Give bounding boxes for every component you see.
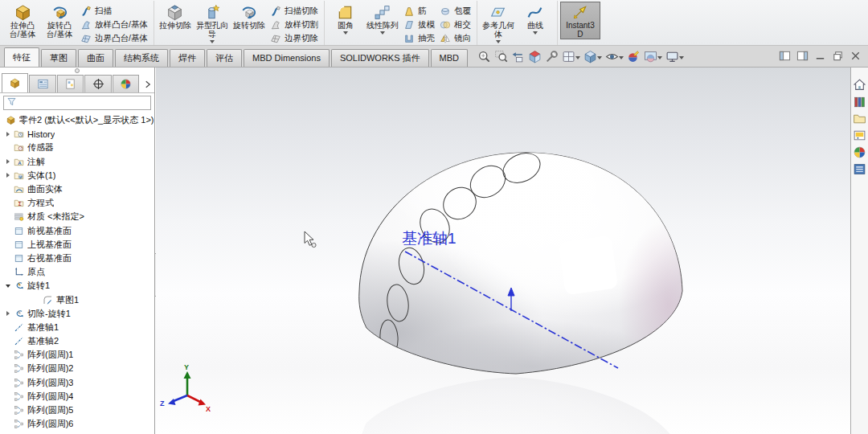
tree-item-cut-revolve1[interactable]: 切除-旋转1 [0, 307, 154, 321]
appearances-scenes-button[interactable] [853, 145, 866, 159]
tree-item-circular-pattern3[interactable]: 阵列(圆周)3 [0, 376, 154, 390]
tree-item-sketch1[interactable]: 草图1 [0, 293, 154, 306]
file-explorer-button[interactable] [853, 112, 866, 125]
mirror-button[interactable]: 镜向 [437, 31, 473, 45]
hole-wizard-button[interactable]: 异型孔向导 [194, 2, 231, 44]
custom-properties-button[interactable] [853, 162, 866, 176]
tab-evaluate[interactable]: 评估 [207, 49, 242, 67]
dropdown-caret-icon[interactable] [533, 31, 538, 35]
reference-geometry-button[interactable]: 参考几何体 [480, 2, 517, 44]
lofted-cut-button[interactable]: 放样切割 [268, 18, 321, 31]
tab-surfaces[interactable]: 曲面 [78, 49, 113, 67]
tree-item-annotations[interactable]: A注解 [0, 155, 154, 169]
expand-tabs-button[interactable] [141, 78, 154, 92]
tree-item-datum-axis1[interactable]: 基准轴1 [0, 321, 154, 334]
section-view-button[interactable] [528, 50, 542, 63]
apply-scene-button[interactable] [644, 50, 662, 63]
axis-label[interactable]: 基准轴1 [402, 230, 457, 247]
shell-button[interactable]: 抽壳 [401, 31, 437, 45]
tree-item-surface-bodies[interactable]: 曲面实体 [0, 182, 154, 196]
swept-boss-base-button[interactable]: 扫描 [78, 4, 150, 18]
restore-button[interactable] [832, 50, 844, 62]
revolved-cut-button[interactable]: 旋转切除 [231, 2, 268, 31]
tree-item-front-plane[interactable]: 前视基准面 [0, 224, 154, 238]
minimize-button[interactable] [814, 50, 826, 62]
manager-tab-display-manager[interactable] [113, 75, 139, 92]
rib-button[interactable]: 筋 [401, 4, 437, 18]
boundary-boss-base-button[interactable]: 边界凸台/基体 [78, 31, 150, 45]
tab-mbd[interactable]: MBD [431, 49, 468, 67]
dropdown-caret-icon[interactable] [343, 31, 348, 35]
hide-show-items-button[interactable] [605, 50, 624, 63]
manager-tab-configuration-manager[interactable] [57, 75, 84, 92]
dropdown-caret-icon[interactable] [597, 56, 602, 59]
tree-item-part-root[interactable]: 零件2 (默认<<默认>_显示状态 1>) [0, 113, 154, 127]
instant3d-button[interactable]: Instant3D [560, 2, 600, 39]
extruded-boss-base-button[interactable]: 拉伸凸台/基体 [4, 2, 41, 39]
fillet-button[interactable]: 圆角 [327, 2, 364, 35]
zoom-to-fit-button[interactable] [477, 50, 491, 63]
dropdown-caret-icon[interactable] [210, 40, 215, 43]
tab-solidworks-addins[interactable]: SOLIDWORKS 插件 [331, 49, 429, 67]
linear-pattern-button[interactable]: 线性阵列 [364, 2, 401, 35]
tree-item-circular-pattern1[interactable]: 阵列(圆周)1 [0, 348, 154, 362]
swept-cut-button[interactable]: 扫描切除 [268, 4, 321, 18]
annotation-views-button[interactable] [545, 50, 559, 63]
expanded-arrow-icon[interactable] [3, 285, 13, 288]
tab-sketch[interactable]: 草图 [41, 49, 76, 67]
solidworks-resources-button[interactable] [853, 78, 866, 92]
edit-appearance-button[interactable] [627, 50, 641, 63]
view-palette-button[interactable] [853, 129, 866, 142]
zoom-to-area-button[interactable] [494, 50, 508, 63]
collapsed-arrow-icon[interactable] [3, 173, 13, 178]
draft-button[interactable]: 拔模 [401, 18, 437, 31]
tab-features[interactable]: 特征 [4, 47, 39, 67]
tree-item-origin[interactable]: 原点 [0, 265, 154, 279]
boundary-cut-button[interactable]: 边界切除 [268, 31, 321, 45]
tree-filter-box[interactable] [3, 96, 151, 110]
view-orientation-button[interactable] [562, 50, 580, 63]
curves-button[interactable]: 曲线 [517, 2, 554, 35]
dropdown-caret-icon[interactable] [380, 31, 385, 35]
panel-grip[interactable] [0, 68, 154, 73]
wrap-button[interactable]: 包覆 [437, 4, 473, 18]
graphics-viewport[interactable]: 基准轴1 Y X Z [156, 68, 850, 434]
tab-mbd-dimensions[interactable]: MBD Dimensions [244, 49, 330, 67]
view-settings-button[interactable] [665, 50, 684, 63]
lofted-boss-base-button[interactable]: 放样凸台/基体 [78, 18, 150, 31]
tree-item-material[interactable]: 材质 <未指定> [0, 210, 154, 223]
tree-item-circular-pattern2[interactable]: 阵列(圆周)2 [0, 362, 154, 375]
manager-tab-feature-manager[interactable] [2, 73, 28, 92]
tree-item-solid-bodies[interactable]: 实体(1) [0, 169, 154, 182]
design-library-button[interactable] [853, 95, 866, 108]
tree-item-right-plane[interactable]: 右视基准面 [0, 252, 154, 265]
previous-view-button[interactable] [511, 50, 525, 63]
manager-tab-property-manager[interactable] [29, 75, 55, 92]
extruded-cut-button[interactable]: 拉伸切除 [157, 2, 194, 31]
dropdown-caret-icon[interactable] [619, 56, 624, 59]
tree-item-circular-pattern6[interactable]: 阵列(圆周)6 [0, 417, 154, 431]
intersect-button[interactable]: 相交 [437, 18, 473, 31]
tree-item-datum-axis2[interactable]: 基准轴2 [0, 334, 154, 348]
dropdown-caret-icon[interactable] [496, 40, 501, 43]
dock-left-button[interactable] [779, 50, 791, 62]
dropdown-caret-icon[interactable] [657, 56, 662, 59]
tab-structure-system[interactable]: 结构系统 [115, 49, 168, 67]
tree-item-circular-pattern5[interactable]: 阵列(圆周)5 [0, 403, 154, 417]
tree-item-history[interactable]: History [0, 127, 154, 141]
dock-right-button[interactable] [796, 50, 809, 62]
tree-item-equations[interactable]: Σ方程式 [0, 196, 154, 210]
collapsed-arrow-icon[interactable] [3, 159, 13, 164]
tree-item-top-plane[interactable]: 上视基准面 [0, 238, 154, 252]
dropdown-caret-icon[interactable] [679, 56, 684, 59]
tree-item-circular-pattern4[interactable]: 阵列(圆周)4 [0, 390, 154, 403]
collapsed-arrow-icon[interactable] [3, 132, 13, 137]
revolved-boss-base-button[interactable]: 旋转凸台/基体 [41, 2, 78, 39]
tab-weldments[interactable]: 焊件 [170, 49, 205, 67]
manager-tab-dimxpert-manager[interactable] [84, 75, 111, 92]
tree-item-revolve1[interactable]: 旋转1 [0, 279, 154, 293]
collapsed-arrow-icon[interactable] [3, 311, 13, 316]
close-button[interactable] [850, 50, 862, 62]
display-style-button[interactable] [583, 50, 602, 63]
tree-item-sensors[interactable]: 传感器 [0, 141, 154, 154]
